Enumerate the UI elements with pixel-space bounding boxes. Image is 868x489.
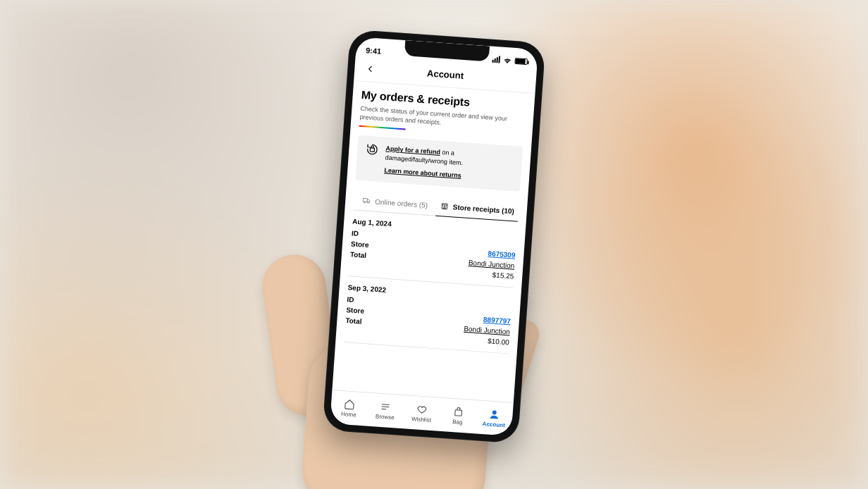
tabbar-home[interactable]: Home	[330, 390, 368, 426]
phone-screen: 9:41 Account My orders & receipts Check …	[330, 37, 538, 436]
label-total: Total	[350, 250, 367, 259]
signal-icon	[492, 56, 500, 63]
wifi-icon	[502, 56, 512, 64]
label-store: Store	[346, 306, 364, 315]
svg-line-7	[382, 407, 390, 407]
tabbar-account-label: Account	[482, 421, 505, 428]
refund-text: Apply for a refund on a damaged/faulty/w…	[384, 144, 514, 184]
home-icon	[343, 398, 355, 410]
receipt-total: $10.00	[488, 337, 509, 346]
svg-rect-4	[442, 205, 447, 209]
tab-online-label: Online orders (5)	[375, 197, 428, 209]
tabbar-browse-label: Browse	[376, 413, 395, 421]
tabbar-home-label: Home	[341, 411, 356, 418]
tabbar-browse[interactable]: Browse	[366, 393, 405, 428]
status-time: 9:41	[366, 46, 382, 56]
truck-icon	[362, 196, 371, 205]
phone-frame: 9:41 Account My orders & receipts Check …	[322, 30, 545, 444]
bag-icon	[452, 406, 464, 418]
account-icon	[488, 409, 500, 421]
svg-rect-5	[444, 206, 445, 209]
label-id: ID	[352, 230, 359, 238]
tabbar-account[interactable]: Account	[475, 400, 514, 435]
svg-rect-9	[454, 410, 461, 416]
label-total: Total	[345, 316, 362, 326]
label-store: Store	[351, 240, 369, 249]
receipt-total: $15.25	[492, 271, 514, 280]
receipt-id-link[interactable]: 8897797	[483, 316, 512, 326]
browse-icon	[380, 401, 392, 413]
tabbar-bag-label: Bag	[452, 419, 463, 426]
svg-rect-0	[370, 148, 374, 152]
store-icon	[440, 202, 449, 211]
receipt-item: Aug 1, 2024 ID Store8675309 TotalBondi J…	[349, 211, 518, 288]
learn-more-link[interactable]: Learn more about returns	[384, 166, 461, 180]
tabbar-wishlist[interactable]: Wishlist	[402, 395, 441, 431]
label-id: ID	[347, 295, 354, 304]
svg-rect-1	[363, 199, 367, 202]
tabbar-bag[interactable]: Bag	[439, 398, 478, 433]
tab-store-label: Store receipts (10)	[452, 203, 514, 215]
receipt-id-link[interactable]: 8675309	[488, 249, 516, 259]
refund-banner[interactable]: Apply for a refund on a damaged/faulty/w…	[355, 135, 523, 192]
receipt-item: Sep 3, 2022 ID Store8897797 TotalBondi J…	[344, 276, 513, 354]
battery-icon	[514, 58, 528, 65]
svg-point-10	[492, 411, 497, 415]
refund-icon	[366, 143, 379, 156]
heart-icon	[416, 403, 428, 415]
accent-underline	[359, 125, 406, 130]
svg-line-6	[382, 404, 390, 405]
page-content: My orders & receipts Check the status of…	[332, 81, 535, 402]
svg-point-2	[364, 202, 366, 203]
svg-point-3	[368, 202, 369, 204]
status-icons	[492, 56, 528, 65]
tabbar-wishlist-label: Wishlist	[411, 416, 431, 423]
